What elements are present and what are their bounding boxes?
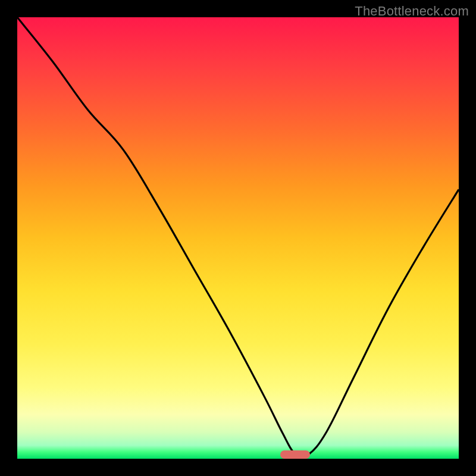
chart-plot-area — [17, 17, 459, 459]
minimum-marker — [280, 450, 310, 459]
bottleneck-curve — [17, 17, 459, 459]
watermark-text: TheBottleneck.com — [355, 4, 469, 19]
curve-line — [17, 17, 459, 458]
